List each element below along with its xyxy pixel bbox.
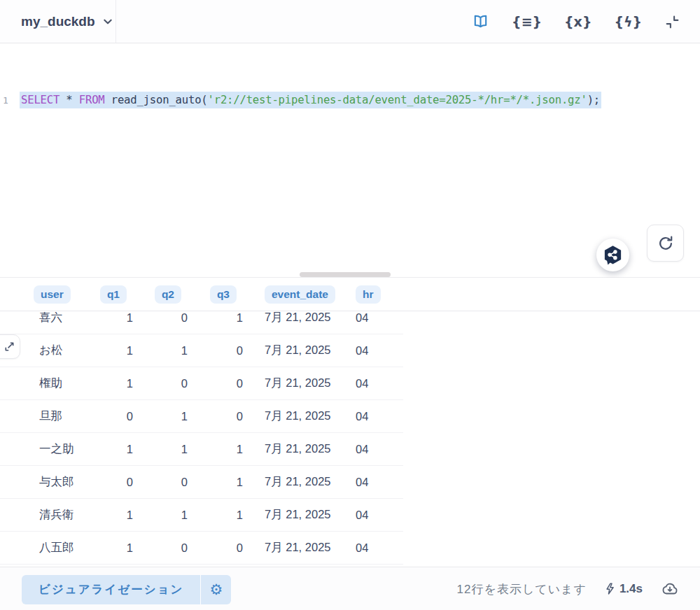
cell-hr: 04 — [338, 344, 403, 357]
cell-q3: 0 — [191, 344, 246, 357]
column-pill-q2[interactable]: q2 — [155, 285, 181, 304]
gear-icon: ⚙ — [209, 581, 223, 598]
visualization-label: ビジュアライゼーション — [22, 575, 200, 604]
sql-token-plain: ); — [587, 94, 600, 106]
cell-q1: 1 — [98, 541, 136, 555]
cell-q3: 0 — [191, 410, 246, 423]
visualization-button[interactable]: ビジュアライゼーション ⚙ — [22, 575, 231, 604]
cell-q1: 0 — [98, 410, 136, 423]
cell-q2: 1 — [136, 410, 191, 423]
cell-user: 権助 — [0, 376, 98, 391]
table-row[interactable]: 八五郎1007月 21, 202504 — [0, 532, 403, 565]
collapse-corners-icon — [664, 14, 680, 30]
cell-q3: 1 — [191, 312, 246, 325]
column-pill-user[interactable]: user — [34, 285, 71, 304]
cell-hr: 04 — [338, 443, 403, 456]
header-cell-hr: hr — [338, 285, 403, 304]
cell-hr: 04 — [338, 541, 403, 555]
cell-q1: 1 — [98, 312, 136, 325]
column-pill-q3[interactable]: q3 — [210, 285, 237, 304]
results-column-header: userq1q2q3event_datehr — [0, 278, 700, 311]
sql-query-line[interactable]: SELECT * FROM read_json_auto('r2://test-… — [20, 92, 601, 108]
cell-q2: 0 — [136, 476, 191, 489]
sql-token-plain: read_json_auto( — [105, 94, 208, 106]
docs-book-icon[interactable] — [472, 13, 489, 30]
cell-hr: 04 — [338, 410, 403, 423]
header-cell-user: user — [0, 285, 98, 304]
braces-bolt-icon[interactable]: {ϟ} — [614, 15, 642, 29]
header-cell-q3: q3 — [191, 285, 246, 304]
row-count-text: 12行を表示しています — [457, 581, 587, 597]
chevron-down-icon — [103, 17, 113, 27]
motherduck-hexagon-share-icon — [602, 244, 624, 266]
run-refresh-button[interactable] — [647, 225, 684, 262]
toolbar-icon-group: {≡} {x} {ϟ} — [472, 0, 680, 43]
cell-q3: 1 — [191, 443, 246, 456]
header-cell-q1: q1 — [98, 285, 136, 304]
table-row[interactable]: 喜六1017月 21, 202504 — [0, 312, 403, 334]
cell-q2: 0 — [136, 377, 191, 390]
status-right-group: 12行を表示しています 1.4s — [457, 567, 679, 610]
braces-x-icon[interactable]: {x} — [564, 15, 592, 29]
table-row[interactable]: 権助1007月 21, 202504 — [0, 367, 403, 400]
cell-hr: 04 — [338, 509, 403, 522]
cell-user: 清兵衛 — [0, 507, 98, 523]
cell-user: 旦那 — [0, 409, 98, 424]
braces-list-icon[interactable]: {≡} — [512, 15, 542, 29]
status-bar: ビジュアライゼーション ⚙ 12行を表示しています 1.4s — [0, 567, 700, 610]
cell-q1: 1 — [98, 344, 136, 357]
cell-q3: 1 — [191, 476, 246, 489]
visualization-settings-button[interactable]: ⚙ — [200, 575, 231, 604]
cloud-download-icon — [661, 581, 679, 597]
cell-q1: 1 — [98, 377, 136, 390]
database-name: my_duckdb — [21, 14, 95, 29]
sql-editor[interactable]: 1 SELECT * FROM read_json_auto('r2://tes… — [0, 43, 700, 278]
cell-q2: 1 — [136, 509, 191, 522]
cell-q3: 1 — [191, 509, 246, 522]
cell-q1: 1 — [98, 509, 136, 522]
table-row[interactable]: 清兵衛1117月 21, 202504 — [0, 499, 403, 532]
motherduck-badge-button[interactable] — [596, 239, 629, 271]
cell-q2: 0 — [136, 312, 191, 325]
cell-event_date: 7月 21, 2025 — [246, 540, 338, 555]
column-pill-event_date[interactable]: event_date — [265, 285, 335, 304]
open-book-icon — [472, 13, 489, 30]
line-number: 1 — [3, 95, 8, 106]
header-cell-event_date: event_date — [246, 285, 338, 304]
cell-event_date: 7月 21, 2025 — [246, 312, 338, 325]
cell-q3: 0 — [191, 377, 246, 390]
results-table[interactable]: 喜六1017月 21, 202504お松1107月 21, 202504権助10… — [0, 312, 700, 567]
cell-event_date: 7月 21, 2025 — [246, 441, 338, 457]
cell-q1: 0 — [98, 476, 136, 489]
table-row[interactable]: お松1107月 21, 202504 — [0, 334, 403, 367]
database-selector[interactable]: my_duckdb — [21, 0, 113, 43]
toolbar-divider — [115, 0, 116, 43]
cell-hr: 04 — [338, 377, 403, 390]
table-row[interactable]: 一之助1117月 21, 202504 — [0, 433, 403, 466]
download-results-button[interactable] — [661, 581, 679, 597]
top-toolbar: my_duckdb {≡} {x} {ϟ} — [0, 0, 700, 43]
cell-user: 一之助 — [0, 441, 98, 457]
cell-q2: 1 — [136, 443, 191, 456]
table-row[interactable]: 旦那0107月 21, 202504 — [0, 400, 403, 433]
cell-q1: 1 — [98, 443, 136, 456]
sql-token-plain — [59, 94, 66, 106]
sql-token-keyword: FROM — [79, 94, 105, 106]
column-header-row: userq1q2q3event_datehr — [0, 278, 403, 311]
query-duration: 1.4s — [605, 582, 643, 596]
column-pill-hr[interactable]: hr — [356, 285, 381, 304]
column-pill-q1[interactable]: q1 — [100, 285, 127, 304]
cell-user: 八五郎 — [0, 540, 98, 555]
results-rows: 喜六1017月 21, 202504お松1107月 21, 202504権助10… — [0, 312, 700, 565]
cell-event_date: 7月 21, 2025 — [246, 409, 338, 424]
collapse-editor-icon[interactable] — [664, 14, 680, 30]
pane-resize-handle[interactable] — [300, 272, 391, 277]
table-row[interactable]: 与太郎0017月 21, 202504 — [0, 466, 403, 499]
duration-text: 1.4s — [620, 582, 643, 596]
cell-q3: 0 — [191, 541, 246, 555]
cell-event_date: 7月 21, 2025 — [246, 343, 338, 358]
cell-user: 喜六 — [0, 312, 98, 325]
header-cell-q2: q2 — [136, 285, 191, 304]
cell-event_date: 7月 21, 2025 — [246, 474, 338, 490]
sql-token-keyword: SELECT — [21, 94, 59, 106]
